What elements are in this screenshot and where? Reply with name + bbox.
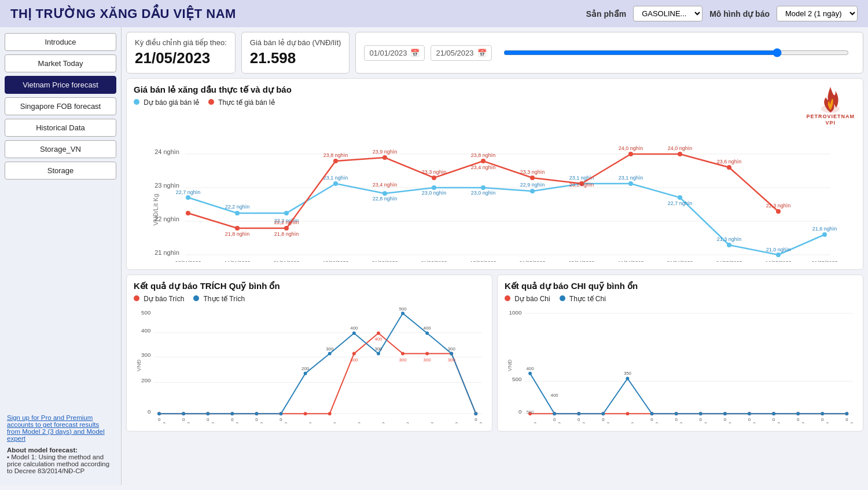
svg-text:0: 0 xyxy=(650,417,653,422)
date-to-value: 21/05/2023 xyxy=(436,49,473,57)
svg-text:13/03/2023: 13/03/2023 xyxy=(296,421,312,423)
svg-text:24,0 nghìn: 24,0 nghìn xyxy=(619,145,643,151)
sidebar: Introduce Market Today Vietnam Price for… xyxy=(0,27,122,485)
svg-text:03/04/2023: 03/04/2023 xyxy=(568,260,594,262)
svg-point-173 xyxy=(553,412,556,415)
sidebar-item-historical-data[interactable]: Historical Data xyxy=(5,119,116,137)
trich-chart-title: Kết quả dự báo TRÍCH Quỹ bình ổn xyxy=(134,281,485,291)
svg-point-115 xyxy=(425,331,429,335)
date-from-input[interactable]: 01/01/2023 📅 xyxy=(364,45,425,61)
sidebar-item-storage-vn[interactable]: Storage_VN xyxy=(5,140,116,158)
svg-text:VNĐ: VNĐ xyxy=(506,360,513,372)
svg-text:0: 0 xyxy=(675,417,678,422)
svg-text:21/05/2023: 21/05/2023 xyxy=(811,260,837,262)
svg-text:21,8 nghìn: 21,8 nghìn xyxy=(274,231,299,237)
svg-text:21/02/2023: 21/02/2023 xyxy=(372,260,398,262)
svg-point-172 xyxy=(528,372,532,375)
svg-text:400: 400 xyxy=(350,326,358,331)
svg-text:23,9 nghìn: 23,9 nghìn xyxy=(373,149,398,155)
next-adjustment-value: 21/05/2023 xyxy=(135,49,227,67)
chi-chart-title: Kết quả dự báo CHI quỹ bình ổn xyxy=(505,281,856,291)
sidebar-item-singapore-fob-forecast[interactable]: Singapore FOB forecast xyxy=(5,97,116,115)
next-adjustment-label: Kỳ điều chỉnh giá tiếp theo: xyxy=(135,38,227,47)
svg-point-108 xyxy=(255,412,259,415)
sidebar-info: Sign up for Pro and Premium accounts to … xyxy=(5,409,116,479)
petrovietnam-logo xyxy=(819,85,842,114)
logo-text: PETROVIETNAMVPI xyxy=(806,114,855,126)
svg-text:0: 0 xyxy=(700,417,703,422)
svg-text:0: 0 xyxy=(279,417,282,422)
svg-text:24 nghìn: 24 nghìn xyxy=(155,148,179,155)
svg-text:01/03/2023: 01/03/2023 xyxy=(421,260,447,262)
svg-text:0: 0 xyxy=(231,417,234,422)
svg-point-61 xyxy=(628,152,633,156)
date-range-slider[interactable] xyxy=(503,48,849,57)
svg-text:400: 400 xyxy=(141,327,151,334)
model-select[interactable]: Model 2 (1 ngày) xyxy=(777,6,858,21)
chi-legend-dot-forecast xyxy=(505,295,510,301)
svg-point-111 xyxy=(328,352,332,356)
product-label: Sản phẩm xyxy=(586,9,626,19)
trich-legend-forecast: Dự báo Trích xyxy=(134,295,184,303)
next-adjustment-card: Kỳ điều chỉnh giá tiếp theo: 21/05/2023 xyxy=(126,32,236,74)
svg-point-30 xyxy=(481,185,486,190)
svg-text:0: 0 xyxy=(602,417,605,422)
svg-text:22,8 nghìn: 22,8 nghìn xyxy=(373,196,398,202)
sidebar-item-introduce[interactable]: Introduce xyxy=(5,33,116,51)
svg-text:300: 300 xyxy=(326,346,334,352)
svg-text:22,7 nghìn: 22,7 nghìn xyxy=(668,200,693,206)
svg-point-117 xyxy=(474,412,477,415)
sidebar-item-storage[interactable]: Storage xyxy=(5,162,116,180)
promo-link[interactable]: Sign up for Pro and Premium accounts to … xyxy=(7,414,105,442)
svg-text:0: 0 xyxy=(578,417,580,422)
svg-point-52 xyxy=(186,211,190,215)
svg-text:0: 0 xyxy=(821,417,824,422)
svg-point-59 xyxy=(530,175,535,180)
svg-point-37 xyxy=(822,232,827,237)
svg-text:23,8 nghìn: 23,8 nghìn xyxy=(471,152,496,158)
svg-point-183 xyxy=(796,412,800,415)
svg-text:21,8 nghìn: 21,8 nghìn xyxy=(225,231,250,237)
svg-text:23,1 nghìn: 23,1 nghìn xyxy=(323,175,348,181)
legend-forecast: Dự báo giá bán lẻ xyxy=(134,98,199,107)
svg-text:23,4 nghìn: 23,4 nghìn xyxy=(471,164,496,170)
svg-text:0: 0 xyxy=(182,417,185,422)
main-chart-title: Giá bán lẻ xăng dầu thực tế và dự báo xyxy=(134,85,856,95)
svg-text:0: 0 xyxy=(255,417,258,422)
svg-point-54 xyxy=(284,226,289,231)
svg-text:300: 300 xyxy=(350,357,358,363)
date-to-input[interactable]: 21/05/2023 📅 xyxy=(431,45,491,61)
calendar-icon-to: 📅 xyxy=(477,49,487,57)
svg-text:0: 0 xyxy=(797,417,800,422)
svg-text:300: 300 xyxy=(448,357,456,363)
svg-point-101 xyxy=(425,352,429,356)
svg-point-25 xyxy=(235,211,240,215)
svg-text:03/01/2023: 03/01/2023 xyxy=(521,421,538,423)
model-label: Mô hình dự báo xyxy=(709,9,770,19)
trich-chart-panel: Kết quả dự báo TRÍCH Quỹ bình ổn Dự báo … xyxy=(126,275,492,432)
svg-point-178 xyxy=(675,412,678,415)
sidebar-item-vietnam-price-forecast[interactable]: Vietnam Price forecast xyxy=(5,76,116,94)
svg-text:300: 300 xyxy=(374,346,382,352)
svg-text:22,2 nghìn: 22,2 nghìn xyxy=(274,220,299,225)
svg-point-58 xyxy=(481,159,486,163)
chi-chart-panel: Kết quả dự báo CHI quỹ bình ổn Dự báo Ch… xyxy=(497,275,863,432)
svg-text:23,8 nghìn: 23,8 nghìn xyxy=(323,152,348,158)
sidebar-item-market-today[interactable]: Market Today xyxy=(5,54,116,72)
product-select[interactable]: GASOLINE... xyxy=(633,6,703,21)
svg-point-29 xyxy=(432,185,436,190)
svg-point-97 xyxy=(328,412,332,415)
svg-point-110 xyxy=(304,372,307,375)
about-text: • Model 1: Using the method and price ca… xyxy=(7,454,114,474)
svg-text:0: 0 xyxy=(773,417,775,422)
date-from-value: 01/01/2023 xyxy=(369,49,407,57)
svg-text:21,6 nghìn: 21,6 nghìn xyxy=(812,226,837,232)
svg-text:200: 200 xyxy=(301,366,310,371)
main-chart-panel: Giá bán lẻ xăng dầu thực tế và dự báo Dự… xyxy=(126,78,863,270)
svg-text:VNĐ: VNĐ xyxy=(135,360,142,372)
svg-point-176 xyxy=(626,377,630,381)
main-chart-legend: Dự báo giá bán lẻ Thực tế giá bán lẻ xyxy=(134,98,856,107)
legend-dot-actual xyxy=(208,99,214,105)
svg-text:300: 300 xyxy=(141,352,151,358)
svg-text:22,7 nghìn: 22,7 nghìn xyxy=(176,189,201,195)
